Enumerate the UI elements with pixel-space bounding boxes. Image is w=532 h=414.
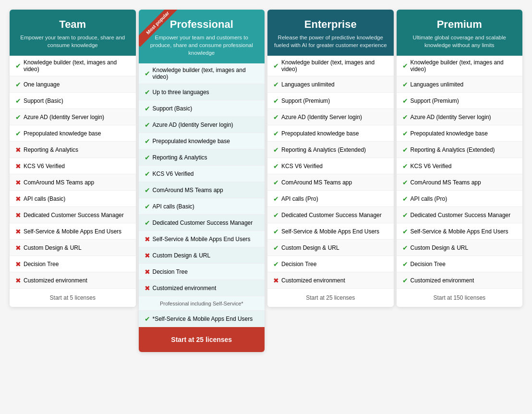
feature-row: ✔ComAround MS Teams app [267,174,394,191]
plan-team: Team Empower your team to produce, share… [10,10,136,307]
feature-row: ✖Customized environment [267,272,394,289]
feature-row: ✖Decision Tree [10,256,136,272]
check-icon: ✔ [273,228,279,235]
plan-footer-professional[interactable]: Start at 25 licenses [139,327,265,352]
feature-row: ✔Dedicated Customer Success Manager [139,215,265,231]
check-icon: ✔ [15,130,21,137]
check-icon: ✔ [402,277,408,284]
plan-header-premium: Premium Ultimate global coverage and sca… [397,10,523,56]
most-popular-badge: Most popular [139,10,182,53]
cross-icon: ✖ [15,260,21,268]
check-icon: ✔ [402,179,408,186]
plan-footer-enterprise: Start at 25 licenses [267,289,394,307]
check-icon: ✔ [273,195,279,203]
feature-row: ✖Self-Service & Mobile Apps End Users [139,231,265,247]
feature-text: ComAround MS Teams app [281,179,352,186]
feature-text: Custom Design & URL [153,252,211,259]
plan-note: Professional including Self-Service* [139,296,265,311]
feature-text: Azure AD (Identity Server login) [411,114,491,121]
check-icon: ✔ [402,211,408,219]
plan-desc-premium: Ultimate global coverage and scalable kn… [402,34,517,49]
feature-row: ✔Azure AD (Identity Server login) [267,109,394,125]
cross-icon: ✖ [145,252,150,259]
feature-row: ✔Self-Service & Mobile Apps End Users [267,223,394,240]
feature-text: API calls (Basic) [24,195,65,202]
pricing-table: Team Empower your team to produce, share… [10,10,522,352]
feature-row: ✔Azure AD (Identity Server login) [139,117,265,133]
plan-desc-enterprise: Release the power of predictive knowledg… [273,34,388,49]
cross-icon: ✖ [15,162,21,170]
check-icon: ✔ [402,113,408,121]
feature-row: ✔API calls (Pro) [397,191,523,207]
feature-row: ✔Dedicated Customer Success Manager [397,207,523,223]
plan-professional: Most popular Professional Empower your t… [139,10,265,352]
feature-row: ✔Up to three languages [139,84,265,100]
feature-row: ✔Customized environment [397,272,523,289]
check-icon: ✔ [273,244,279,252]
feature-text: Dedicated Customer Success Manager [411,212,511,219]
feature-text: Reporting & Analytics (Extended) [281,146,366,153]
feature-text: KCS V6 Verified [411,163,452,170]
feature-text: Decision Tree [24,261,59,268]
feature-text: Dedicated Customer Success Manager [281,212,382,219]
plan-header-team: Team Empower your team to produce, share… [10,10,136,56]
feature-row: ✔Support (Premium) [397,93,523,109]
cross-icon: ✖ [15,244,21,252]
feature-row: ✔Knowledge builder (text, images and vid… [10,56,136,76]
feature-text: Customized environment [411,277,474,284]
feature-text: Knowledge builder (text, images and vide… [281,59,388,73]
feature-row: ✖Custom Design & URL [10,240,136,256]
feature-text: Decision Tree [411,261,446,268]
feature-row: ✖Decision Tree [139,264,265,280]
feature-text: Customized environment [153,285,217,292]
check-icon: ✔ [273,260,279,268]
feature-row: ✔Azure AD (Identity Server login) [397,109,523,125]
feature-text: Prepopulated knowledge base [153,138,230,145]
feature-row: ✔*Self-Service & Mobile Apps End Users [139,311,265,327]
feature-row: ✔Support (Premium) [267,93,394,109]
feature-text: Custom Design & URL [411,244,469,251]
feature-row: ✔Decision Tree [267,256,394,272]
check-icon: ✔ [402,260,408,268]
feature-text: Support (Premium) [411,97,459,104]
feature-text: Support (Basic) [24,97,63,104]
check-icon: ✔ [402,97,408,105]
badge-label: Most popular [139,10,182,47]
feature-text: Dedicated Customer Success Manager [24,212,124,219]
feature-text: API calls (Basic) [153,203,194,210]
feature-row: ✔Support (Basic) [10,93,136,109]
plan-desc-team: Empower your team to produce, share and … [15,34,130,49]
feature-text: Prepopulated knowledge base [411,130,488,137]
feature-text: Languages unlimited [411,81,464,88]
check-icon: ✔ [145,105,150,112]
feature-text: Knowledge builder (text, images and vide… [411,59,517,73]
check-icon: ✔ [402,81,408,88]
plan-footer-team: Start at 5 licenses [10,289,136,307]
check-icon: ✔ [273,62,279,70]
check-icon: ✔ [273,113,279,121]
feature-text: ComAround MS Teams app [153,187,223,194]
check-icon: ✔ [145,121,150,129]
cross-icon: ✖ [15,146,21,154]
feature-text: Self-Service & Mobile Apps End Users [411,228,508,235]
feature-row: ✔Reporting & Analytics (Extended) [397,142,523,158]
feature-text: Custom Design & URL [24,244,82,251]
feature-text: Support (Basic) [153,105,193,112]
cross-icon: ✖ [273,277,279,284]
cross-icon: ✖ [145,235,150,243]
feature-row: ✔Knowledge builder (text, images and vid… [397,56,523,76]
feature-row: ✔Languages unlimited [267,76,394,93]
feature-row: ✖Dedicated Customer Success Manager [10,207,136,223]
plan-features-premium: ✔Knowledge builder (text, images and vid… [397,56,523,289]
feature-text: Decision Tree [281,261,316,268]
plan-enterprise: Enterprise Release the power of predicti… [267,10,394,307]
check-icon: ✔ [15,113,21,121]
feature-text: Prepopulated knowledge base [24,130,101,137]
feature-text: Reporting & Analytics [153,154,207,161]
feature-row: ✔Azure AD (Identity Server login) [10,109,136,125]
check-icon: ✔ [145,170,150,178]
feature-text: API calls (Pro) [411,195,447,202]
check-icon: ✔ [273,146,279,154]
feature-row: ✖Custom Design & URL [139,247,265,264]
feature-row: ✔Support (Basic) [139,100,265,117]
